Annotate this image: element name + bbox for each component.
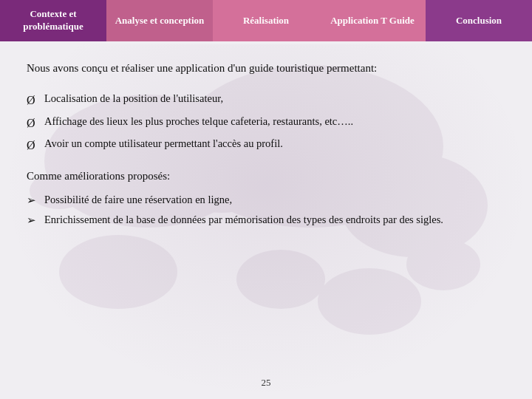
arrow-symbol-1: ➢: [27, 191, 41, 210]
bullet-item-3: Ø Avoir un compte utilisateur permettant…: [27, 135, 505, 155]
page-number: 25: [0, 377, 532, 389]
arrow-symbol-2: ➢: [27, 211, 41, 230]
navbar: Contexte et problématique Analyse et con…: [0, 0, 532, 41]
nav-item-application[interactable]: Application T Guide: [319, 0, 426, 41]
improvements-title: Comme améliorations proposés:: [27, 170, 505, 183]
nav-item-analyse[interactable]: Analyse et conception: [106, 0, 213, 41]
nav-item-realisation[interactable]: Réalisation: [213, 0, 319, 41]
improvement-item-2: ➢ Enrichissement de la base de données p…: [27, 211, 505, 230]
improvement-text-2: Enrichissement de la base de données par…: [44, 211, 443, 229]
main-content: Nous avons conçu et réaliser une applica…: [0, 41, 532, 259]
bullet-symbol-3: Ø: [27, 136, 41, 155]
nav-item-conclusion[interactable]: Conclusion: [426, 0, 532, 41]
intro-paragraph: Nous avons conçu et réaliser une applica…: [27, 59, 505, 77]
improvement-text-1: Possibilité de faire une réservation en …: [44, 191, 232, 209]
improvements-list: ➢ Possibilité de faire une réservation e…: [27, 191, 505, 230]
improvement-item-1: ➢ Possibilité de faire une réservation e…: [27, 191, 505, 210]
nav-item-contexte[interactable]: Contexte et problématique: [0, 0, 106, 41]
bullet-text-3: Avoir un compte utilisateur permettant l…: [44, 135, 505, 152]
bullet-text-2: Affichage des lieux les plus proches tel…: [44, 113, 505, 130]
bullet-text-1: Localisation de la position de l'utilisa…: [44, 90, 505, 107]
bullet-symbol-2: Ø: [27, 114, 41, 133]
bullet-symbol-1: Ø: [27, 91, 41, 110]
bullet-item-1: Ø Localisation de la position de l'utili…: [27, 90, 505, 110]
bullet-list: Ø Localisation de la position de l'utili…: [27, 90, 505, 155]
bullet-item-2: Ø Affichage des lieux les plus proches t…: [27, 113, 505, 133]
